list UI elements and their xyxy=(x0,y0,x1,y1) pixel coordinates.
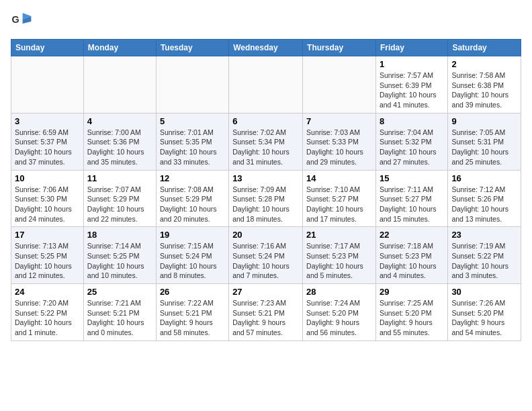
day-number: 30 xyxy=(451,287,517,297)
day-info: Sunrise: 7:17 AM Sunset: 5:23 PM Dayligh… xyxy=(306,241,372,281)
day-info: Sunrise: 7:07 AM Sunset: 5:29 PM Dayligh… xyxy=(87,185,152,224)
day-number: 4 xyxy=(87,116,152,126)
calendar-cell xyxy=(156,56,228,113)
calendar-cell: 19Sunrise: 7:15 AM Sunset: 5:24 PM Dayli… xyxy=(156,227,228,284)
day-info: Sunrise: 7:02 AM Sunset: 5:34 PM Dayligh… xyxy=(232,128,299,167)
day-header-wednesday: Wednesday xyxy=(229,40,303,56)
calendar-cell: 3Sunrise: 6:59 AM Sunset: 5:37 PM Daylig… xyxy=(11,113,84,170)
day-info: Sunrise: 7:15 AM Sunset: 5:24 PM Dayligh… xyxy=(160,241,225,281)
calendar-cell: 14Sunrise: 7:10 AM Sunset: 5:27 PM Dayli… xyxy=(303,170,376,227)
day-number: 27 xyxy=(232,287,299,297)
day-info: Sunrise: 7:09 AM Sunset: 5:28 PM Dayligh… xyxy=(232,185,299,224)
day-number: 23 xyxy=(451,230,517,240)
day-number: 14 xyxy=(306,173,372,183)
day-number: 26 xyxy=(160,287,225,297)
calendar-cell: 8Sunrise: 7:04 AM Sunset: 5:32 PM Daylig… xyxy=(375,113,447,170)
week-row-4: 17Sunrise: 7:13 AM Sunset: 5:25 PM Dayli… xyxy=(11,227,521,284)
day-header-friday: Friday xyxy=(375,40,447,56)
calendar-cell: 7Sunrise: 7:03 AM Sunset: 5:33 PM Daylig… xyxy=(303,113,376,170)
calendar-cell: 24Sunrise: 7:20 AM Sunset: 5:22 PM Dayli… xyxy=(11,284,84,341)
day-header-tuesday: Tuesday xyxy=(156,40,228,56)
day-number: 29 xyxy=(380,287,444,297)
day-number: 22 xyxy=(380,230,444,240)
day-info: Sunrise: 7:08 AM Sunset: 5:29 PM Dayligh… xyxy=(160,185,225,224)
calendar-cell: 5Sunrise: 7:01 AM Sunset: 5:35 PM Daylig… xyxy=(156,113,228,170)
day-number: 19 xyxy=(160,230,225,240)
day-info: Sunrise: 7:05 AM Sunset: 5:31 PM Dayligh… xyxy=(451,128,517,167)
day-info: Sunrise: 7:16 AM Sunset: 5:24 PM Dayligh… xyxy=(232,241,299,281)
calendar-cell: 29Sunrise: 7:25 AM Sunset: 5:20 PM Dayli… xyxy=(375,284,447,341)
calendar-cell: 2Sunrise: 7:58 AM Sunset: 6:38 PM Daylig… xyxy=(448,56,521,113)
week-row-1: 1Sunrise: 7:57 AM Sunset: 6:39 PM Daylig… xyxy=(11,56,521,113)
day-number: 6 xyxy=(232,116,299,126)
logo: G xyxy=(11,11,35,32)
week-row-5: 24Sunrise: 7:20 AM Sunset: 5:22 PM Dayli… xyxy=(11,284,521,341)
day-number: 11 xyxy=(87,173,152,183)
day-number: 1 xyxy=(380,59,444,69)
day-number: 25 xyxy=(87,287,152,297)
day-info: Sunrise: 7:19 AM Sunset: 5:22 PM Dayligh… xyxy=(451,241,517,281)
svg-text:G: G xyxy=(12,14,19,25)
day-number: 12 xyxy=(160,173,225,183)
day-number: 16 xyxy=(451,173,517,183)
day-number: 17 xyxy=(15,230,80,240)
calendar-cell: 6Sunrise: 7:02 AM Sunset: 5:34 PM Daylig… xyxy=(229,113,303,170)
day-number: 5 xyxy=(160,116,225,126)
day-header-thursday: Thursday xyxy=(303,40,376,56)
calendar-cell: 12Sunrise: 7:08 AM Sunset: 5:29 PM Dayli… xyxy=(156,170,228,227)
day-header-sunday: Sunday xyxy=(11,40,84,56)
calendar: SundayMondayTuesdayWednesdayThursdayFrid… xyxy=(11,39,521,341)
calendar-cell xyxy=(83,56,156,113)
day-info: Sunrise: 7:12 AM Sunset: 5:26 PM Dayligh… xyxy=(451,185,517,224)
calendar-cell: 20Sunrise: 7:16 AM Sunset: 5:24 PM Dayli… xyxy=(229,227,303,284)
day-number: 24 xyxy=(15,287,80,297)
calendar-cell: 17Sunrise: 7:13 AM Sunset: 5:25 PM Dayli… xyxy=(11,227,84,284)
day-info: Sunrise: 7:18 AM Sunset: 5:23 PM Dayligh… xyxy=(380,241,444,281)
day-info: Sunrise: 7:58 AM Sunset: 6:38 PM Dayligh… xyxy=(451,71,517,110)
calendar-cell: 15Sunrise: 7:11 AM Sunset: 5:27 PM Dayli… xyxy=(375,170,447,227)
day-number: 28 xyxy=(306,287,372,297)
day-info: Sunrise: 7:14 AM Sunset: 5:25 PM Dayligh… xyxy=(87,241,152,281)
day-info: Sunrise: 7:26 AM Sunset: 5:20 PM Dayligh… xyxy=(451,298,517,338)
day-number: 10 xyxy=(15,173,80,183)
calendar-cell xyxy=(303,56,376,113)
calendar-cell: 9Sunrise: 7:05 AM Sunset: 5:31 PM Daylig… xyxy=(448,113,521,170)
day-info: Sunrise: 7:06 AM Sunset: 5:30 PM Dayligh… xyxy=(15,185,80,224)
calendar-cell: 16Sunrise: 7:12 AM Sunset: 5:26 PM Dayli… xyxy=(448,170,521,227)
calendar-cell: 25Sunrise: 7:21 AM Sunset: 5:21 PM Dayli… xyxy=(83,284,156,341)
day-info: Sunrise: 7:13 AM Sunset: 5:25 PM Dayligh… xyxy=(15,241,80,281)
day-info: Sunrise: 7:03 AM Sunset: 5:33 PM Dayligh… xyxy=(306,128,372,167)
day-number: 7 xyxy=(306,116,372,126)
day-info: Sunrise: 6:59 AM Sunset: 5:37 PM Dayligh… xyxy=(15,128,80,167)
calendar-cell: 21Sunrise: 7:17 AM Sunset: 5:23 PM Dayli… xyxy=(303,227,376,284)
calendar-cell: 11Sunrise: 7:07 AM Sunset: 5:29 PM Dayli… xyxy=(83,170,156,227)
calendar-cell xyxy=(229,56,303,113)
week-row-3: 10Sunrise: 7:06 AM Sunset: 5:30 PM Dayli… xyxy=(11,170,521,227)
day-number: 9 xyxy=(451,116,517,126)
calendar-cell: 18Sunrise: 7:14 AM Sunset: 5:25 PM Dayli… xyxy=(83,227,156,284)
day-info: Sunrise: 7:11 AM Sunset: 5:27 PM Dayligh… xyxy=(380,185,444,224)
days-header-row: SundayMondayTuesdayWednesdayThursdayFrid… xyxy=(11,40,521,56)
calendar-cell: 23Sunrise: 7:19 AM Sunset: 5:22 PM Dayli… xyxy=(448,227,521,284)
day-info: Sunrise: 7:00 AM Sunset: 5:36 PM Dayligh… xyxy=(87,128,152,167)
day-info: Sunrise: 7:22 AM Sunset: 5:21 PM Dayligh… xyxy=(160,298,225,338)
calendar-cell: 10Sunrise: 7:06 AM Sunset: 5:30 PM Dayli… xyxy=(11,170,84,227)
day-header-monday: Monday xyxy=(83,40,156,56)
day-info: Sunrise: 7:24 AM Sunset: 5:20 PM Dayligh… xyxy=(306,298,372,338)
calendar-cell: 30Sunrise: 7:26 AM Sunset: 5:20 PM Dayli… xyxy=(448,284,521,341)
calendar-cell xyxy=(11,56,84,113)
week-row-2: 3Sunrise: 6:59 AM Sunset: 5:37 PM Daylig… xyxy=(11,113,521,170)
day-info: Sunrise: 7:57 AM Sunset: 6:39 PM Dayligh… xyxy=(380,71,444,110)
day-number: 20 xyxy=(232,230,299,240)
calendar-cell: 13Sunrise: 7:09 AM Sunset: 5:28 PM Dayli… xyxy=(229,170,303,227)
day-number: 18 xyxy=(87,230,152,240)
day-number: 8 xyxy=(380,116,444,126)
day-info: Sunrise: 7:10 AM Sunset: 5:27 PM Dayligh… xyxy=(306,185,372,224)
day-number: 2 xyxy=(451,59,517,69)
day-number: 15 xyxy=(380,173,444,183)
calendar-cell: 22Sunrise: 7:18 AM Sunset: 5:23 PM Dayli… xyxy=(375,227,447,284)
logo-icon: G xyxy=(11,11,32,32)
day-info: Sunrise: 7:23 AM Sunset: 5:21 PM Dayligh… xyxy=(232,298,299,338)
day-info: Sunrise: 7:21 AM Sunset: 5:21 PM Dayligh… xyxy=(87,298,152,338)
day-header-saturday: Saturday xyxy=(448,40,521,56)
